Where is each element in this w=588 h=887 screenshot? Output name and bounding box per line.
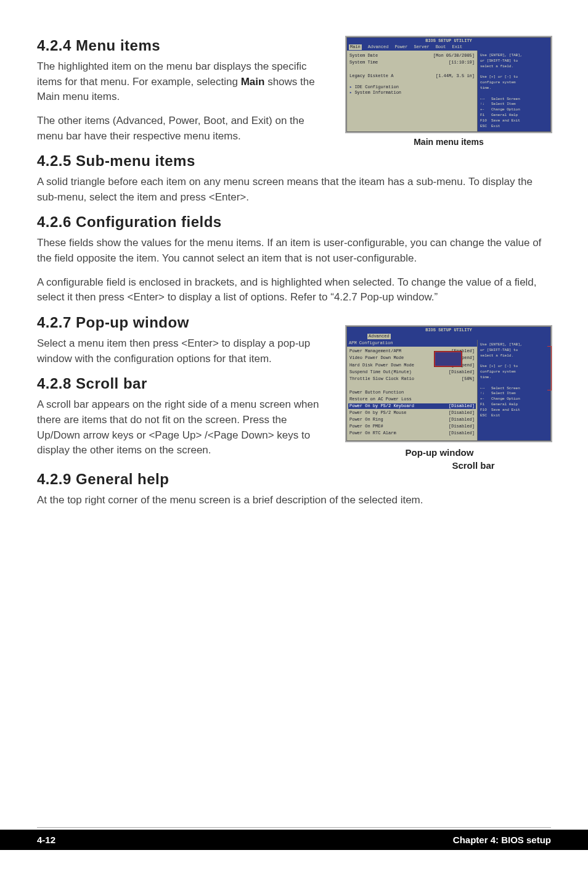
help-line: F1 General Help: [480, 113, 548, 118]
highlighted-row: Power On by PS/2 Keyboard[Disabled]: [348, 403, 476, 409]
field-label: Video Power Down Mode: [349, 355, 404, 361]
submenu-item: System Information: [349, 90, 475, 96]
help-line: select a field.: [480, 64, 548, 69]
heading-4-2-9: 4.2.9 General help: [37, 471, 551, 488]
help-line: ESC Exit: [480, 124, 548, 129]
bios-tab-advanced: Advanced: [367, 334, 391, 339]
help-line: F10 Save and Exit: [480, 408, 548, 413]
field-value: [Mon 05/30/2005]: [433, 53, 475, 59]
bios-tab-power: Power: [394, 44, 407, 50]
popup-window-box: [434, 351, 462, 367]
field-value: [Disabled]: [449, 424, 475, 429]
help-line: configure system: [480, 369, 548, 374]
help-line: F1 General Help: [480, 402, 548, 407]
help-line: Use [+] or [-] to: [480, 364, 548, 369]
bios-menubar: Main Advanced Power Server Boot Exit: [347, 44, 550, 51]
para-4-2-6-2: A configurable field is enclosed in brac…: [37, 275, 551, 305]
field-label: Power On Ring: [349, 417, 383, 423]
bios-left-panel: System Date[Mon 05/30/2005] System Time[…: [347, 51, 478, 131]
submenu-item: IDE Configuration: [349, 85, 475, 90]
help-line: Use [ENTER], [TAB],: [480, 342, 548, 347]
bios-menubar: Advanced: [347, 334, 550, 340]
bios-screenshot-main: BIOS SETUP UTILITY Main Advanced Power S…: [346, 37, 551, 132]
para-4-2-8: A scroll bar appears on the right side o…: [37, 397, 332, 458]
chapter-title: Chapter 4: BIOS setup: [453, 835, 551, 845]
field-label: Hard Disk Power Down Mode: [349, 363, 414, 368]
field-value: [Disabled]: [449, 431, 475, 436]
field-label: Power On by PS/2 Keyboard: [349, 403, 414, 409]
field-label: Restore on AC Power Loss: [349, 397, 412, 402]
bios-tab-exit: Exit: [452, 44, 462, 50]
field-label: Suspend Time Out(Minute): [349, 369, 412, 375]
field-value: [Disabled]: [449, 417, 475, 423]
help-line: or [SHIFT-TAB] to: [480, 348, 548, 353]
help-line: ←→ Select Screen: [480, 97, 548, 102]
field-label: Legacy Diskette A: [349, 73, 393, 79]
field-value: [1.44M, 3.5 in]: [436, 73, 475, 79]
help-line: +- Change Option: [480, 107, 548, 112]
emphasis-main: Main: [241, 76, 265, 88]
para-4-2-7: Select a menu item then press <Enter> to…: [37, 336, 332, 366]
para-4-2-9: At the top right corner of the menu scre…: [37, 493, 551, 508]
label-scroll-bar: Scroll bar: [396, 460, 551, 471]
field-label: System Date: [349, 53, 378, 59]
scroll-bar-indicator: [547, 346, 552, 390]
field-label: Power On by PS/2 Mouse: [349, 410, 406, 416]
help-line: F10 Save and Exit: [480, 118, 548, 123]
heading-4-2-8: 4.2.8 Scroll bar: [37, 375, 332, 392]
help-line: time.: [480, 86, 548, 91]
field-value: [Disabled]: [449, 369, 475, 375]
field-label: Power Management/APM: [349, 349, 401, 354]
help-line: +- Change Option: [480, 397, 548, 402]
help-line: ↑↓ Select Item: [480, 102, 548, 107]
heading-4-2-5: 4.2.5 Sub-menu items: [37, 152, 551, 170]
help-line: time.: [480, 375, 548, 380]
para-4-2-4-2: The other items (Advanced, Power, Boot, …: [37, 113, 332, 144]
page-footer: 4-12 Chapter 4: BIOS setup: [0, 830, 588, 850]
caption-main-menu-items: Main menu items: [346, 137, 551, 147]
field-value: [50%]: [462, 376, 475, 382]
field-value: [Disabled]: [449, 403, 475, 409]
field-label: System Time: [349, 60, 378, 65]
bios-tab-boot: Boot: [436, 44, 446, 50]
help-line: configure system: [480, 80, 548, 85]
bios-help-panel: Use [ENTER], [TAB], or [SHIFT-TAB] to se…: [478, 51, 550, 131]
field-label: Power On RTC Alarm: [349, 431, 396, 436]
para-4-2-6-1: These fields show the values for the men…: [37, 236, 551, 266]
bios-screenshot-popup: BIOS SETUP UTILITY Advanced APM Configur…: [346, 326, 551, 441]
heading-4-2-6: 4.2.6 Configuration fields: [37, 213, 551, 231]
field-label: Power On PME#: [349, 424, 383, 429]
bios-tab-main: Main: [349, 44, 362, 50]
help-line: ←→ Select Screen: [480, 386, 548, 391]
label-popup-window: Pop-up window: [328, 447, 551, 458]
field-label: Throttle Slow Clock Ratio: [349, 376, 414, 382]
page-number: 4-12: [37, 835, 55, 845]
help-line: ESC Exit: [480, 413, 548, 418]
help-line: Use [ENTER], [TAB],: [480, 53, 548, 58]
bios-tab-advanced: Advanced: [368, 44, 389, 50]
para-4-2-4-1: The highlighted item on the menu bar dis…: [37, 59, 332, 105]
bios-title: BIOS SETUP UTILITY: [347, 327, 550, 334]
bios-title: BIOS SETUP UTILITY: [347, 38, 550, 44]
help-line: select a field.: [480, 353, 548, 358]
apm-config-title: APM Configuration: [347, 340, 477, 347]
bios-tab-server: Server: [414, 44, 429, 50]
bios-left-panel: APM Configuration Power Management/APM[E…: [347, 340, 478, 440]
help-line: ↑↓ Select Item: [480, 391, 548, 396]
heading-4-2-7: 4.2.7 Pop-up window: [37, 314, 332, 331]
para-4-2-5: A solid triangle before each item on any…: [37, 175, 551, 205]
help-line: or [SHIFT-TAB] to: [480, 59, 548, 64]
heading-4-2-4: 4.2.4 Menu items: [37, 37, 332, 54]
field-label: Power Button Function: [349, 390, 404, 395]
footer-rule: [37, 827, 551, 828]
bios-help-panel: Use [ENTER], [TAB], or [SHIFT-TAB] to se…: [478, 340, 550, 440]
field-value: [11:10:19]: [449, 60, 475, 65]
help-line: Use [+] or [-] to: [480, 75, 548, 80]
field-value: [Disabled]: [449, 410, 475, 416]
